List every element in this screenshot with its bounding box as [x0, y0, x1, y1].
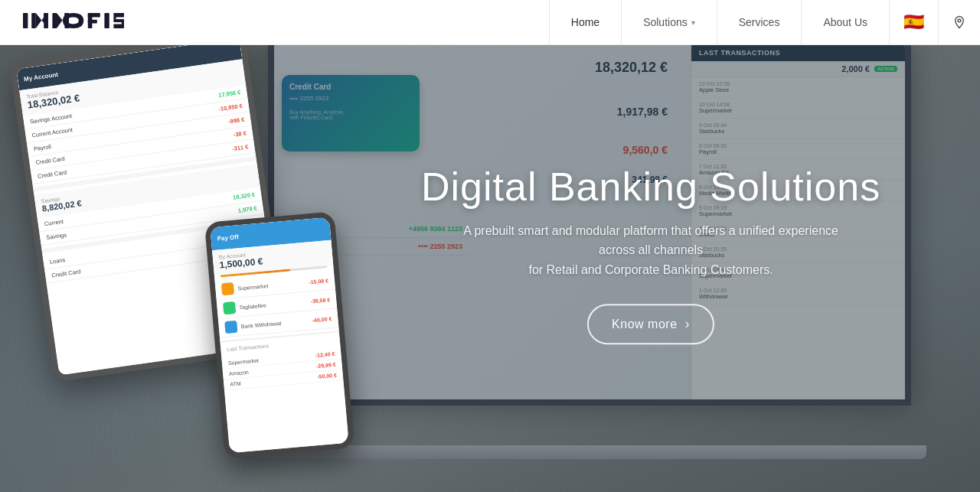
nav-links: Home Solutions ▾ Services About Us 🇪🇸: [549, 0, 980, 44]
svg-rect-8: [88, 13, 100, 18]
hero-section: My Account Total Balance 18,320,02 € Sav…: [0, 0, 980, 492]
svg-rect-10: [104, 13, 109, 28]
solutions-chevron-icon: ▾: [691, 18, 695, 27]
logo-svg: [23, 10, 133, 31]
location-icon: [952, 15, 966, 29]
svg-rect-1: [31, 13, 36, 28]
flag-icon: 🇪🇸: [903, 12, 924, 32]
svg-rect-0: [23, 13, 28, 28]
svg-rect-9: [88, 20, 97, 24]
location-button[interactable]: [938, 0, 980, 44]
svg-point-11: [958, 19, 961, 22]
logo[interactable]: [0, 10, 156, 34]
tablet-header-text: My Account: [24, 70, 59, 82]
nav-services[interactable]: Services: [717, 0, 802, 44]
hero-cta-button[interactable]: Know more ›: [587, 305, 714, 345]
hero-title: Digital Banking Solutions: [421, 165, 880, 209]
phone-header-text: Pay Off: [217, 233, 239, 242]
hero-cta-label: Know more: [612, 318, 677, 331]
navbar: Home Solutions ▾ Services About Us 🇪🇸: [0, 0, 980, 45]
hero-cta-arrow-icon: ›: [685, 317, 691, 333]
nav-home[interactable]: Home: [549, 0, 621, 44]
nav-solutions[interactable]: Solutions ▾: [621, 0, 717, 44]
svg-rect-4: [52, 13, 57, 28]
hero-content: Digital Banking Solutions A prebuilt sma…: [421, 165, 880, 345]
phone-device: Pay Off By Account 1,500,00 € Supermarke…: [204, 211, 354, 459]
hero-subtitle: A prebuilt smart and modular platform th…: [452, 221, 850, 280]
language-selector[interactable]: 🇪🇸: [889, 0, 938, 44]
nav-about[interactable]: About Us: [801, 0, 889, 44]
